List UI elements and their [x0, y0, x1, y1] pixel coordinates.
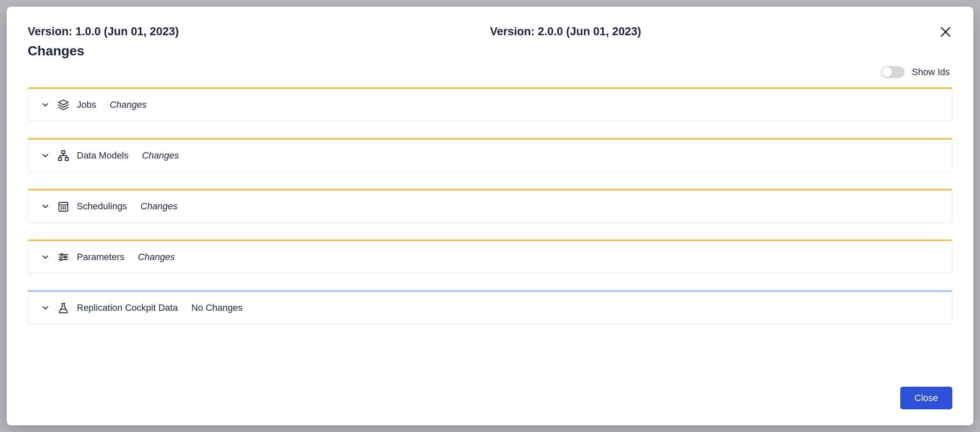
section-title: Data Models	[77, 150, 129, 161]
section-status: Changes	[142, 150, 179, 161]
section-header-data-models[interactable]: Data Models Changes	[28, 140, 952, 172]
page-title: Changes	[28, 43, 952, 59]
section-status: Changes	[109, 99, 146, 110]
sections-list: Jobs Changes Data Models Changes	[28, 87, 952, 324]
show-ids-toggle[interactable]	[881, 66, 904, 78]
sliders-icon	[57, 251, 69, 263]
svg-point-23	[60, 259, 62, 261]
section-replication-cockpit-data: Replication Cockpit Data No Changes	[28, 290, 952, 324]
svg-point-17	[65, 208, 65, 209]
layers-icon	[57, 99, 69, 111]
section-jobs: Jobs Changes	[28, 87, 952, 121]
section-title: Parameters	[77, 252, 125, 263]
chevron-down-icon	[41, 202, 50, 211]
section-title: Jobs	[77, 99, 96, 110]
version-compare-modal: Version: 1.0.0 (Jun 01, 2023) Version: 2…	[7, 7, 973, 425]
hierarchy-icon	[57, 150, 69, 161]
section-status: Changes	[141, 201, 177, 212]
show-ids-label: Show Ids	[912, 67, 950, 78]
section-status: No Changes	[191, 302, 242, 313]
svg-point-21	[64, 256, 66, 258]
show-ids-row: Show Ids	[28, 66, 952, 78]
svg-point-13	[63, 206, 63, 207]
section-header-replication-cockpit-data[interactable]: Replication Cockpit Data No Changes	[28, 292, 952, 324]
chevron-down-icon	[41, 151, 50, 160]
section-parameters: Parameters Changes	[28, 239, 952, 273]
svg-point-12	[61, 206, 62, 207]
chevron-down-icon	[41, 252, 50, 262]
close-button[interactable]: Close	[900, 387, 952, 409]
modal-footer: Close	[900, 387, 952, 409]
svg-point-16	[63, 208, 63, 209]
section-header-schedulings[interactable]: Schedulings Changes	[28, 190, 952, 222]
section-title: Schedulings	[77, 201, 127, 212]
section-header-parameters[interactable]: Parameters Changes	[28, 241, 952, 273]
section-header-jobs[interactable]: Jobs Changes	[28, 89, 952, 121]
flask-icon	[57, 302, 69, 314]
version-left-label: Version: 1.0.0 (Jun 01, 2023)	[28, 25, 490, 38]
chevron-down-icon	[41, 100, 50, 109]
svg-point-15	[61, 208, 62, 209]
close-icon[interactable]	[936, 22, 956, 42]
section-title: Replication Cockpit Data	[77, 302, 178, 313]
chevron-down-icon	[41, 303, 50, 312]
svg-marker-2	[58, 100, 68, 105]
section-schedulings: Schedulings Changes	[28, 189, 952, 223]
svg-point-14	[65, 206, 65, 207]
svg-point-19	[61, 254, 63, 256]
calendar-icon	[57, 200, 69, 212]
section-data-models: Data Models Changes	[28, 138, 952, 172]
section-status: Changes	[138, 252, 175, 263]
version-right-label: Version: 2.0.0 (Jun 01, 2023)	[490, 25, 952, 38]
versions-row: Version: 1.0.0 (Jun 01, 2023) Version: 2…	[28, 25, 952, 38]
